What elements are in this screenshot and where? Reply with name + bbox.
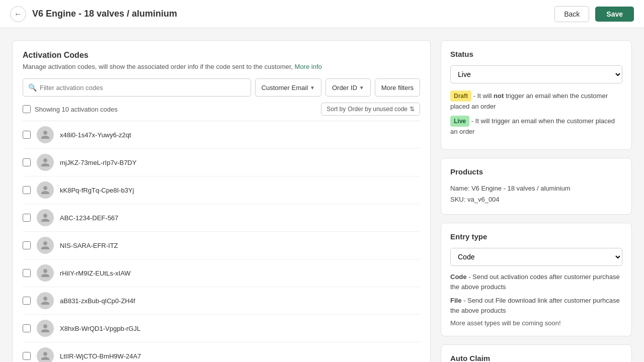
code-id: aB831-zxBub-qICp0-ZH4f bbox=[60, 297, 135, 305]
draft-description: Draft - It will not trigger an email whe… bbox=[450, 90, 622, 112]
row-checkbox[interactable] bbox=[23, 158, 31, 166]
top-bar: ← V6 Engine - 18 valves / aluminium Back… bbox=[0, 0, 644, 28]
code-id: mjJKZ-73meL-rIp7v-B7DY bbox=[60, 159, 136, 166]
row-checkbox[interactable] bbox=[23, 324, 31, 332]
back-button[interactable]: Back bbox=[554, 6, 589, 22]
right-panel: Status Live Draft - It will not trigger … bbox=[441, 40, 632, 362]
select-all-checkbox[interactable] bbox=[23, 105, 31, 113]
row-checkbox[interactable] bbox=[23, 297, 31, 305]
live-badge: Live bbox=[450, 116, 469, 127]
filters-row: 🔍 Customer Email ▼ Order ID ▼ More filte… bbox=[23, 78, 420, 97]
search-input[interactable] bbox=[40, 84, 246, 92]
code-entry-description: Code - Send out activation codes after c… bbox=[450, 272, 622, 292]
avatar bbox=[37, 154, 54, 171]
code-id: x48i0-1s47x-Yuwy6-z2qt bbox=[60, 131, 131, 139]
table-row: rHiIY-rM9IZ-EUtLs-xIAW bbox=[23, 259, 420, 287]
sort-label: Sort by bbox=[327, 106, 346, 113]
product-info: Name: V6 Engine - 18 valves / aluminium … bbox=[450, 183, 622, 205]
code-id: ABC-1234-DEF-567 bbox=[60, 214, 118, 222]
section-title: Activation Codes bbox=[23, 51, 420, 60]
save-button[interactable]: Save bbox=[595, 7, 634, 22]
table-row: mjJKZ-73meL-rIp7v-B7DY bbox=[23, 149, 420, 176]
table-row: NIS-SARA-EFR-ITZ bbox=[23, 232, 420, 259]
avatar bbox=[37, 209, 54, 226]
status-title: Status bbox=[450, 50, 622, 58]
showing-row: Showing 10 activation codes Sort by Orde… bbox=[23, 103, 420, 116]
search-box: 🔍 bbox=[23, 78, 251, 97]
sort-value: Order by unused code bbox=[348, 106, 408, 113]
live-description: Live - It will trigger an email when the… bbox=[450, 116, 622, 137]
code-id: NIS-SARA-EFR-ITZ bbox=[60, 242, 118, 249]
coming-soon-text: More asset types will be coming soon! bbox=[450, 319, 622, 327]
avatar bbox=[37, 264, 54, 282]
main-layout: Activation Codes Manage activation codes… bbox=[0, 28, 644, 362]
codes-list: x48i0-1s47x-Yuwy6-z2qt mjJKZ-73meL-rIp7v… bbox=[23, 121, 420, 362]
avatar bbox=[37, 237, 54, 254]
dropdown-arrow-icon: ▼ bbox=[310, 85, 315, 90]
code-id: kK8Pq-fRgTq-Cpe8I-b3Yj bbox=[60, 187, 134, 194]
products-card: Products Name: V6 Engine - 18 valves / a… bbox=[441, 158, 632, 215]
sort-button[interactable]: Sort by Order by unused code ⇅ bbox=[321, 103, 420, 116]
back-icon-button[interactable]: ← bbox=[10, 6, 26, 22]
status-card: Status Live Draft - It will not trigger … bbox=[441, 40, 632, 150]
row-checkbox[interactable] bbox=[23, 269, 31, 277]
more-filters-button[interactable]: More filters bbox=[375, 78, 420, 97]
auto-claim-card: Auto Claim Enable - Automatically send o… bbox=[441, 344, 632, 362]
table-row: X8hxB-WrQD1-Vpgpb-rGJL bbox=[23, 315, 420, 342]
entry-type-select[interactable]: Code bbox=[450, 248, 622, 266]
row-checkbox[interactable] bbox=[23, 241, 31, 249]
avatar bbox=[37, 292, 54, 309]
page-title: V6 Engine - 18 valves / aluminium bbox=[32, 9, 548, 19]
customer-email-filter[interactable]: Customer Email ▼ bbox=[255, 78, 321, 97]
showing-count: Showing 10 activation codes bbox=[35, 106, 118, 113]
products-title: Products bbox=[450, 167, 622, 176]
order-id-filter[interactable]: Order ID ▼ bbox=[326, 78, 371, 97]
product-sku: SKU: va_v6_004 bbox=[450, 194, 622, 205]
draft-badge: Draft bbox=[450, 90, 471, 102]
avatar bbox=[37, 320, 54, 337]
entry-type-title: Entry type bbox=[450, 232, 622, 241]
table-row: aB831-zxBub-qICp0-ZH4f bbox=[23, 287, 420, 315]
back-arrow-icon: ← bbox=[14, 10, 22, 19]
row-checkbox[interactable] bbox=[23, 131, 31, 139]
table-row: kK8Pq-fRgTq-Cpe8I-b3Yj bbox=[23, 176, 420, 204]
table-row: ABC-1234-DEF-567 bbox=[23, 204, 420, 232]
entry-type-card: Entry type Code Code - Send out activati… bbox=[441, 223, 632, 336]
status-select[interactable]: Live bbox=[450, 65, 622, 83]
search-icon: 🔍 bbox=[28, 83, 37, 92]
sort-icon: ⇅ bbox=[410, 106, 415, 113]
activation-codes-panel: Activation Codes Manage activation codes… bbox=[12, 40, 431, 362]
product-name: Name: V6 Engine - 18 valves / aluminium bbox=[450, 183, 622, 194]
section-subtitle: Manage activation codes, will show the a… bbox=[23, 63, 420, 70]
code-id: LtIIR-WjCTO-BmH9W-24A7 bbox=[60, 352, 141, 360]
avatar bbox=[37, 126, 54, 143]
avatar bbox=[37, 347, 54, 362]
row-checkbox[interactable] bbox=[23, 214, 31, 222]
dropdown-arrow-icon: ▼ bbox=[359, 85, 364, 90]
auto-claim-title: Auto Claim bbox=[450, 354, 622, 362]
code-id: rHiIY-rM9IZ-EUtLs-xIAW bbox=[60, 269, 131, 277]
table-row: x48i0-1s47x-Yuwy6-z2qt bbox=[23, 121, 420, 149]
file-entry-description: File - Send out File download link after… bbox=[450, 296, 622, 315]
table-row: LtIIR-WjCTO-BmH9W-24A7 bbox=[23, 342, 420, 362]
more-info-link[interactable]: More info bbox=[295, 63, 322, 70]
row-checkbox[interactable] bbox=[23, 352, 31, 360]
avatar bbox=[37, 182, 54, 199]
row-checkbox[interactable] bbox=[23, 186, 31, 194]
code-id: X8hxB-WrQD1-Vpgpb-rGJL bbox=[60, 325, 140, 332]
